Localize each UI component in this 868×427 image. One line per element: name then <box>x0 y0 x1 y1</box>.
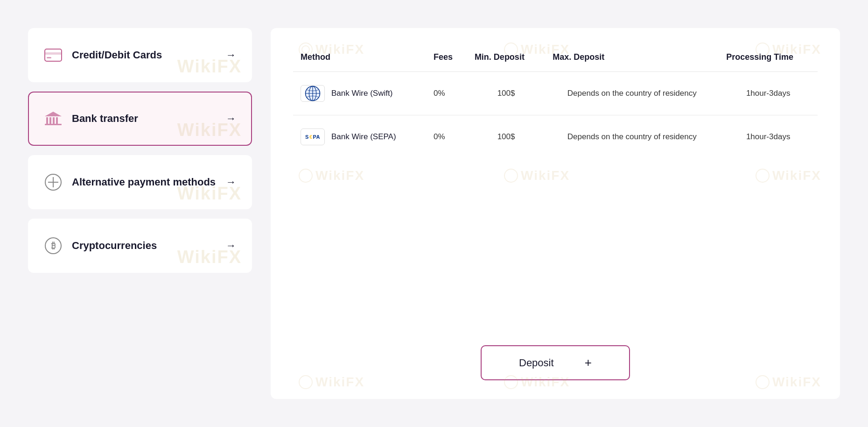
arrow-icon-bank-transfer: → <box>226 113 236 125</box>
svg-rect-3 <box>46 117 48 124</box>
swift-method-name: Bank Wire (Swift) <box>331 89 392 98</box>
watermark-bg-4: WikiFX <box>299 168 364 183</box>
alt-pay-icon <box>44 173 63 192</box>
left-navigation: Credit/Debit Cards → WikiFX Bank <box>28 28 252 399</box>
svg-rect-5 <box>53 117 55 124</box>
swift-processing-time: 1hour-3days <box>719 72 818 115</box>
sepa-min-deposit: 100$ <box>467 115 545 159</box>
sepa-badge-text: S€PA <box>305 134 320 140</box>
deposit-table: Method Fees Min. Deposit Max. Deposit Pr… <box>293 47 818 158</box>
watermark-bg-5: WikiFX <box>504 168 570 183</box>
nav-item-cryptocurrencies[interactable]: ₿ Cryptocurrencies → WikiFX <box>28 219 252 273</box>
swift-max-deposit: Depends on the country of residency <box>545 72 719 115</box>
plus-icon: + <box>585 356 592 370</box>
col-header-method: Method <box>293 47 426 72</box>
svg-text:₿: ₿ <box>51 241 56 250</box>
svg-point-20 <box>756 169 769 182</box>
nav-item-credit-debit[interactable]: Credit/Debit Cards → WikiFX <box>28 28 252 82</box>
svg-marker-7 <box>45 112 62 116</box>
svg-rect-2 <box>47 57 51 58</box>
nav-label-bank-transfer: Bank transfer <box>72 113 138 125</box>
svg-rect-0 <box>45 49 62 61</box>
col-header-fees: Fees <box>426 47 467 72</box>
svg-rect-6 <box>56 117 58 124</box>
col-header-min-deposit: Min. Deposit <box>467 47 545 72</box>
sepa-processing-time: 1hour-3days <box>719 115 818 159</box>
svg-point-19 <box>504 169 518 182</box>
sepa-method-name: Bank Wire (SEPA) <box>331 132 396 142</box>
sepa-logo: S€PA <box>301 128 325 145</box>
col-header-max-deposit: Max. Deposit <box>545 47 719 72</box>
col-header-processing-time: Processing Time <box>719 47 818 72</box>
deposit-button[interactable]: Deposit + <box>481 345 630 380</box>
svg-point-18 <box>299 169 312 182</box>
arrow-icon-credit-debit: → <box>226 49 236 61</box>
arrow-icon-alt-payment: → <box>226 176 236 188</box>
table-row-swift: Bank Wire (Swift) 0% 100$ Depends on the… <box>293 72 818 115</box>
deposit-button-label: Deposit <box>519 357 554 369</box>
watermark-bg-6: WikiFX <box>756 168 821 183</box>
sepa-fees: 0% <box>426 115 467 159</box>
crypto-icon: ₿ <box>44 236 63 255</box>
credit-card-icon <box>44 46 63 64</box>
arrow-icon-cryptocurrencies: → <box>226 240 236 252</box>
nav-item-bank-transfer[interactable]: Bank transfer → WikiFX <box>28 92 252 146</box>
method-cell-swift: Bank Wire (Swift) <box>293 72 426 115</box>
nav-label-alt-payment: Alternative payment methods <box>72 176 216 188</box>
deposit-button-row: Deposit + <box>293 317 818 380</box>
svg-rect-4 <box>49 117 51 124</box>
nav-label-credit-debit: Credit/Debit Cards <box>72 49 162 61</box>
nav-label-cryptocurrencies: Cryptocurrencies <box>72 240 157 252</box>
bank-icon <box>44 109 63 128</box>
right-content-panel: WikiFX WikiFX WikiFX WikiFX WikiFX <box>271 28 840 399</box>
sepa-max-deposit: Depends on the country of residency <box>545 115 719 159</box>
svg-rect-1 <box>45 52 62 55</box>
method-cell-sepa: S€PA Bank Wire (SEPA) <box>293 115 426 159</box>
swift-logo <box>301 85 325 102</box>
swift-min-deposit: 100$ <box>467 72 545 115</box>
svg-rect-8 <box>45 124 62 125</box>
nav-item-alt-payment[interactable]: Alternative payment methods → WikiFX <box>28 155 252 209</box>
swift-fees: 0% <box>426 72 467 115</box>
table-row-sepa: S€PA Bank Wire (SEPA) 0% 100$ Depends on… <box>293 115 818 159</box>
